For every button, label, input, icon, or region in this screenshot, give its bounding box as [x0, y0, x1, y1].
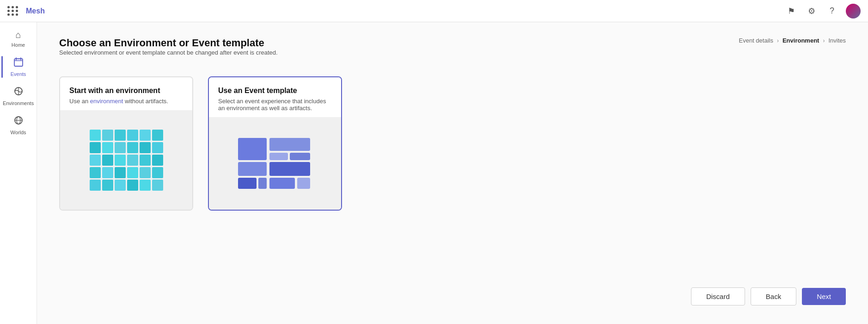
settings-icon[interactable]: ⚙: [805, 5, 818, 18]
app-dots-icon[interactable]: [7, 6, 18, 16]
events-icon: [13, 57, 24, 69]
card-event-template-header: Use an Event template Select an event ex…: [209, 77, 341, 117]
next-button[interactable]: Next: [802, 288, 846, 305]
flag-icon[interactable]: ⚑: [785, 5, 798, 18]
footer-buttons: Discard Back Next: [691, 287, 846, 305]
card-environment-desc: Use an environment without artifacts.: [69, 98, 183, 105]
sidebar-label-worlds: Worlds: [10, 130, 26, 135]
svg-rect-0: [14, 59, 23, 66]
page-subtitle: Selected environment or event template c…: [59, 49, 846, 56]
page-title: Choose an Environment or Event template: [59, 37, 846, 49]
card-event-template-desc: Select an event experience that includes…: [218, 98, 332, 112]
app-title: Mesh: [26, 7, 45, 15]
home-icon: ⌂: [15, 30, 21, 40]
breadcrumb-event-details: Event details: [739, 37, 773, 44]
sidebar-item-home[interactable]: ⌂ Home: [2, 26, 35, 51]
breadcrumb-sep-1: ›: [777, 37, 779, 44]
content-area: Event details › Environment › Invites Ch…: [37, 22, 868, 324]
card-event-template[interactable]: Use an Event template Select an event ex…: [208, 76, 342, 211]
sidebar-label-environments: Environments: [3, 100, 34, 106]
breadcrumb-environment: Environment: [782, 37, 819, 44]
help-icon[interactable]: ?: [825, 5, 838, 18]
environments-icon: [13, 86, 24, 99]
breadcrumb: Event details › Environment › Invites: [739, 37, 846, 44]
event-mosaic: [238, 138, 312, 189]
card-event-template-title: Use an Event template: [218, 87, 332, 95]
page-heading: Choose an Environment or Event template …: [59, 37, 846, 71]
cards-container: Start with an environment Use an environ…: [59, 76, 846, 211]
sidebar-label-events: Events: [11, 71, 26, 77]
sidebar-item-worlds[interactable]: Worlds: [2, 112, 35, 139]
topbar: Mesh ⚑ ⚙ ?: [0, 0, 868, 22]
sidebar-item-events[interactable]: Events: [2, 53, 35, 81]
back-button[interactable]: Back: [751, 287, 796, 305]
topbar-right: ⚑ ⚙ ?: [785, 4, 861, 19]
breadcrumb-sep-2: ›: [823, 37, 825, 44]
worlds-icon: [13, 115, 24, 128]
sidebar-item-environments[interactable]: Environments: [2, 82, 35, 110]
main-layout: ⌂ Home Events Environ: [0, 22, 868, 324]
discard-button[interactable]: Discard: [691, 287, 745, 305]
card-environment-visual: [60, 110, 192, 210]
card-environment[interactable]: Start with an environment Use an environ…: [59, 76, 193, 211]
card-event-template-visual: [209, 117, 341, 210]
sidebar: ⌂ Home Events Environ: [0, 22, 37, 324]
breadcrumb-invites: Invites: [828, 37, 846, 44]
sidebar-label-home: Home: [12, 42, 25, 48]
env-grid: [90, 130, 163, 191]
card-environment-title: Start with an environment: [69, 87, 183, 95]
avatar[interactable]: [846, 4, 861, 19]
card-environment-header: Start with an environment Use an environ…: [60, 77, 192, 110]
